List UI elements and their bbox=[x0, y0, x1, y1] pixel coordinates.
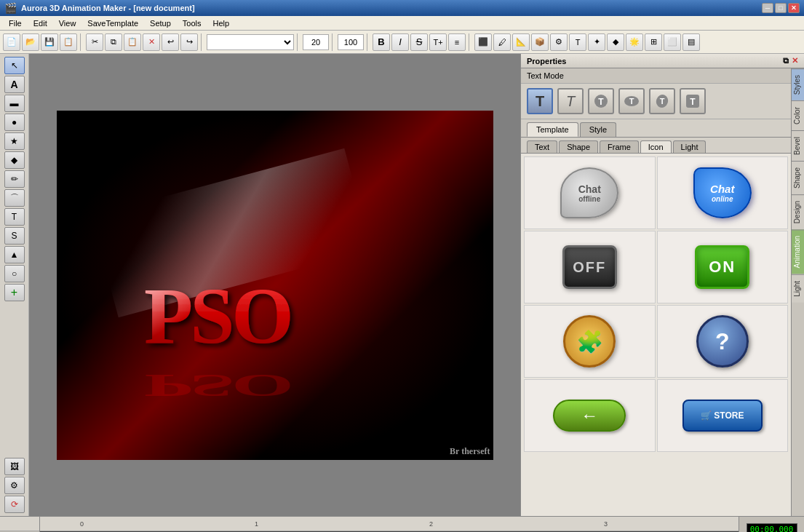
tool-triangle[interactable]: ▲ bbox=[4, 246, 25, 263]
props-close-btn[interactable]: ✕ bbox=[792, 56, 798, 65]
icon-cell-off[interactable]: OFF bbox=[524, 231, 656, 303]
toolbar-3d-8[interactable]: ◆ bbox=[607, 33, 624, 51]
icon-cell-back[interactable]: ← bbox=[524, 379, 656, 452]
side-tab-styles[interactable]: Styles bbox=[792, 68, 804, 100]
tool-select[interactable]: ↖ bbox=[4, 57, 25, 74]
toolbar-stacked[interactable]: ≡ bbox=[448, 33, 466, 51]
mode-icon-2[interactable]: T bbox=[557, 88, 584, 114]
tool-bottom-2[interactable]: ⚙ bbox=[4, 477, 25, 494]
question-icon: ? bbox=[696, 315, 749, 368]
icon-cell-store[interactable]: 🛒 STORE bbox=[657, 379, 789, 452]
toolbar-3d-4[interactable]: 📦 bbox=[531, 33, 549, 51]
menu-file[interactable]: File bbox=[3, 17, 28, 29]
tool-curve[interactable]: ⌒ bbox=[4, 189, 25, 207]
tool-bottom-1[interactable]: 🖼 bbox=[4, 458, 25, 475]
icon-cell-question[interactable]: ? bbox=[657, 305, 789, 378]
toolbar-new[interactable]: 📄 bbox=[3, 33, 20, 51]
toolbar-save[interactable]: 💾 bbox=[41, 33, 58, 51]
props-restore-btn[interactable]: ⧉ bbox=[783, 56, 789, 65]
menu-setup[interactable]: Setup bbox=[144, 17, 177, 29]
toolbar-text-style[interactable]: T+ bbox=[429, 33, 447, 51]
toolbar-save2[interactable]: 📋 bbox=[60, 33, 77, 51]
menu-edit[interactable]: Edit bbox=[28, 17, 53, 29]
icon-cell-chat-online[interactable]: Chat online bbox=[657, 156, 789, 229]
text-mode-label: Text Mode bbox=[527, 71, 564, 80]
toolbar-3d-9[interactable]: 🌟 bbox=[626, 33, 643, 51]
menu-help[interactable]: Help bbox=[207, 17, 236, 29]
on-icon: ON bbox=[695, 245, 749, 289]
side-tab-animation[interactable]: Animation bbox=[792, 229, 804, 274]
tool-diamond[interactable]: ◆ bbox=[4, 151, 25, 169]
maximize-button[interactable]: □ bbox=[775, 3, 787, 13]
toolbar-3d-2[interactable]: 🖊 bbox=[493, 33, 511, 51]
menu-tools[interactable]: Tools bbox=[177, 17, 207, 29]
tool-plus[interactable]: + bbox=[4, 284, 25, 301]
sub-tab-light[interactable]: Light bbox=[673, 140, 707, 153]
toolbar-undo[interactable]: ↩ bbox=[162, 33, 179, 51]
toolbar-3d-1[interactable]: ⬛ bbox=[474, 33, 492, 51]
tool-rectangle[interactable]: ▬ bbox=[4, 95, 25, 112]
mode-icon-3[interactable]: T bbox=[588, 88, 614, 114]
side-tab-color[interactable]: Color bbox=[792, 100, 804, 130]
tool-text2[interactable]: T bbox=[4, 208, 25, 226]
tool-circle[interactable]: ○ bbox=[4, 265, 25, 282]
toolbar-cut[interactable]: ✂ bbox=[86, 33, 103, 51]
tool-bottom-3[interactable]: ⟳ bbox=[4, 496, 25, 513]
ruler-mark-0: 0 bbox=[80, 520, 84, 528]
tool-star[interactable]: ★ bbox=[4, 132, 25, 150]
canvas-reflection: PSO bbox=[137, 362, 413, 410]
toolbar-3d-11[interactable]: ⬜ bbox=[664, 33, 681, 51]
left-toolbar: ↖ A ▬ ● ★ ◆ ✏ ⌒ T S ▲ ○ + 🖼 ⚙ ⟳ bbox=[0, 54, 29, 516]
toolbar-redo[interactable]: ↪ bbox=[180, 33, 198, 51]
titlebar: 🎬 Aurora 3D Animation Maker - [new docum… bbox=[0, 0, 804, 16]
side-tab-bevel[interactable]: Bevel bbox=[792, 130, 804, 161]
sub-tab-text[interactable]: Text bbox=[527, 140, 557, 153]
icon-cell-chat-offline[interactable]: Chat offline bbox=[524, 156, 656, 229]
toolbar-sep1 bbox=[80, 33, 83, 51]
tool-pen[interactable]: ✏ bbox=[4, 170, 25, 188]
side-tab-shape[interactable]: Shape bbox=[792, 161, 804, 194]
toolbar-bold[interactable]: B bbox=[373, 33, 390, 51]
toolbar-3d-6[interactable]: T bbox=[569, 33, 586, 51]
icon-cell-on[interactable]: ON bbox=[657, 231, 789, 303]
toolbar-3d-7[interactable]: ✦ bbox=[588, 33, 605, 51]
mode-icon-4[interactable]: T bbox=[618, 88, 645, 114]
toolbar-strikethrough[interactable]: S bbox=[410, 33, 428, 51]
tool-s[interactable]: S bbox=[4, 227, 25, 245]
off-icon: OFF bbox=[562, 245, 617, 289]
mode-icon-6[interactable]: T bbox=[680, 88, 706, 114]
prop-tab-style[interactable]: Style bbox=[580, 122, 616, 137]
toolbar-copy[interactable]: ⧉ bbox=[105, 33, 122, 51]
side-tab-design[interactable]: Design bbox=[792, 194, 804, 229]
toolbar-3d-5[interactable]: ⚙ bbox=[550, 33, 568, 51]
menu-view[interactable]: View bbox=[53, 17, 82, 29]
side-tab-light[interactable]: Light bbox=[792, 274, 804, 303]
chat-offline-icon: Chat offline bbox=[560, 167, 618, 218]
toolbar: 📄 📂 💾 📋 ✂ ⧉ 📋 ✕ ↩ ↪ 20 100 B I S T+ ≡ ⬛ … bbox=[0, 31, 804, 54]
sub-tab-frame[interactable]: Frame bbox=[600, 140, 639, 153]
font-select[interactable] bbox=[207, 34, 294, 50]
store-icon: 🛒 STORE bbox=[682, 400, 763, 432]
text-mode-section: Text Mode T T T T T bbox=[521, 68, 791, 516]
minimize-button[interactable]: ─ bbox=[762, 3, 773, 13]
canvas[interactable]: PSO PSO PSO Br therseft bbox=[57, 111, 493, 460]
toolbar-open[interactable]: 📂 bbox=[22, 33, 39, 51]
mode-icon-1[interactable]: T bbox=[527, 88, 553, 114]
toolbar-3d-3[interactable]: 📐 bbox=[512, 33, 530, 51]
icon-cell-puzzle[interactable]: 🧩 bbox=[524, 305, 656, 378]
menu-savetemplate[interactable]: SaveTemplate bbox=[81, 17, 144, 29]
prop-tab-template[interactable]: Template bbox=[527, 122, 578, 137]
close-button[interactable]: ✕ bbox=[788, 3, 800, 13]
tool-ellipse[interactable]: ● bbox=[4, 114, 25, 131]
toolbar-paste[interactable]: 📋 bbox=[124, 33, 141, 51]
sub-tab-shape[interactable]: Shape bbox=[559, 140, 598, 153]
sub-tab-icon[interactable]: Icon bbox=[640, 140, 672, 153]
mode-icon-5[interactable]: T bbox=[649, 88, 675, 114]
toolbar-italic[interactable]: I bbox=[391, 33, 409, 51]
toolbar-3d-10[interactable]: ⊞ bbox=[645, 33, 662, 51]
tool-text[interactable]: A bbox=[4, 76, 25, 93]
toolbar-3d-12[interactable]: ▤ bbox=[682, 33, 700, 51]
toolbar-delete[interactable]: ✕ bbox=[143, 33, 160, 51]
toolbar-sep4 bbox=[332, 33, 335, 51]
menubar: File Edit View SaveTemplate Setup Tools … bbox=[0, 16, 804, 31]
